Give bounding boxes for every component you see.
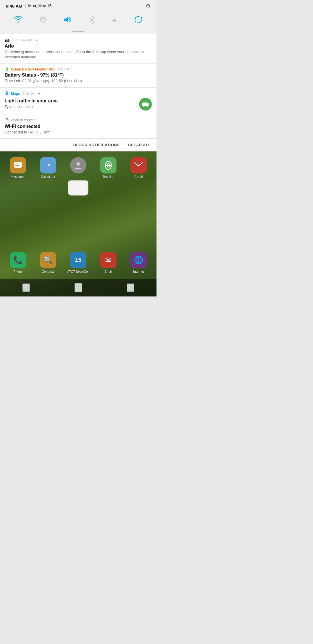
settings-icon[interactable]: ⚙ xyxy=(145,2,151,9)
svg-marker-2 xyxy=(64,17,68,22)
gsam-header: 🔋 GSam Battery Monitor Pro 6:34 AM xyxy=(5,67,152,71)
arlo-time: 6:45 AM xyxy=(20,38,32,42)
clear-all-button[interactable]: CLEAR ALL xyxy=(128,143,151,147)
svg-rect-24 xyxy=(76,284,81,290)
svg-rect-12 xyxy=(15,165,19,166)
app-phone[interactable]: 📞 Phone xyxy=(5,252,31,273)
app-internet[interactable]: 🌐 Internet xyxy=(125,252,152,273)
volume-toggle[interactable] xyxy=(64,16,72,25)
bottom-app-row: 📞 Phone 🔍 Contacts 15 AT&T MicroCell ✉ E… xyxy=(0,249,156,276)
messages-icon xyxy=(10,157,26,173)
app-timeline[interactable]: Timeline xyxy=(95,157,121,178)
maps-text-content: Light traffic in your area Typical condi… xyxy=(5,98,139,109)
app-gmail[interactable]: Gmail xyxy=(125,157,152,178)
arlo-expand-icon: ▲ xyxy=(35,38,39,42)
maps-time: 6:26 AM xyxy=(23,92,34,95)
svg-point-8 xyxy=(147,105,148,107)
svg-point-16 xyxy=(77,162,80,166)
contact-icon xyxy=(70,157,86,173)
wifi-notif-title: Wi-Fi connected xyxy=(5,124,152,129)
svg-rect-10 xyxy=(14,162,22,168)
arlo-title: Arlo xyxy=(5,44,152,49)
gsam-title: Battery Status - 97% (81°F) xyxy=(5,73,152,78)
maps-content-row: Light traffic in your area Typical condi… xyxy=(5,98,152,111)
arlo-header: 📷 Arlo 6:45 AM ▲ xyxy=(5,38,152,42)
svg-point-7 xyxy=(143,105,145,107)
arlo-app-icon: 📷 xyxy=(5,38,10,42)
wifi-notif-header: Android System xyxy=(5,118,152,123)
wifi-notif-app-name: Android System xyxy=(11,118,36,122)
timeline-icon xyxy=(100,157,117,173)
maps-app-icon xyxy=(5,91,9,97)
app-email[interactable]: ✉ Email xyxy=(95,252,121,273)
home-screen: Messages ÷× +- Calculator xyxy=(0,151,156,296)
maps-traffic-icon xyxy=(139,98,152,111)
gmail-label: Gmail xyxy=(134,175,143,178)
contacts-icon: 🔍 xyxy=(40,252,56,268)
phone-label: Phone xyxy=(13,270,23,273)
maps-app-name: Maps xyxy=(11,92,20,96)
app-contact[interactable] xyxy=(65,157,91,178)
gsam-body: Time Left: 08:01 (Average), 103:52 (Last… xyxy=(5,78,152,84)
notification-arlo[interactable]: 📷 Arlo 6:45 AM ▲ Arlo Geofencing needs a… xyxy=(0,34,156,64)
maps-header: Maps 6:26 AM ▼ xyxy=(5,91,152,97)
recent-apps-button[interactable] xyxy=(22,283,30,292)
svg-point-4 xyxy=(6,92,8,93)
navigation-bar xyxy=(0,279,156,296)
email-label: Email xyxy=(104,270,112,273)
app-messages[interactable]: Messages xyxy=(5,157,31,178)
top-app-row: Messages ÷× +- Calculator xyxy=(0,151,156,181)
stack-folder[interactable] xyxy=(68,180,88,196)
notification-actions: BLOCK NOTIFICATIONS CLEAR ALL xyxy=(0,139,156,151)
svg-rect-11 xyxy=(15,164,21,164)
wifi-toggle[interactable] xyxy=(14,16,22,25)
att-icon: 15 xyxy=(70,252,86,268)
svg-rect-22 xyxy=(23,287,24,288)
gsam-app-name: GSam Battery Monitor Pro xyxy=(11,67,54,71)
status-bar: 6:48 AM | Mon, May 15 ⚙ xyxy=(0,0,156,12)
calculator-label: Calculator xyxy=(41,175,55,178)
status-divider: | xyxy=(25,3,26,8)
internet-icon: 🌐 xyxy=(130,252,147,268)
quick-settings-bar: ✈ xyxy=(0,12,156,29)
messages-label: Messages xyxy=(11,175,25,178)
svg-rect-23 xyxy=(25,287,26,288)
maps-title: Light traffic in your area xyxy=(5,98,139,104)
gsam-time: 6:34 AM xyxy=(57,68,69,71)
email-icon: ✉ xyxy=(100,252,117,268)
sync-toggle[interactable] xyxy=(134,16,142,26)
arlo-app-name: Arlo xyxy=(11,38,17,42)
notification-gsam[interactable]: 🔋 GSam Battery Monitor Pro 6:34 AM Batte… xyxy=(0,64,156,87)
gmail-icon xyxy=(130,157,147,173)
airplane-toggle[interactable]: ✈ xyxy=(112,17,117,25)
drag-handle-bar xyxy=(72,31,84,32)
app-calculator[interactable]: ÷× +- Calculator xyxy=(35,157,61,178)
notification-maps[interactable]: Maps 6:26 AM ▼ Light traffic in your are… xyxy=(0,88,156,114)
bluetooth-toggle[interactable] xyxy=(89,16,95,26)
app-contacts[interactable]: 🔍 Contacts xyxy=(35,252,61,273)
maps-body: Typical conditions xyxy=(5,104,139,109)
notification-wifi[interactable]: Android System Wi-Fi connected Connected… xyxy=(0,114,156,139)
status-date: Mon, May 15 xyxy=(28,3,52,8)
svg-text:+-: +- xyxy=(45,166,48,169)
home-button[interactable] xyxy=(74,283,82,292)
att-label: AT&T MicroCell xyxy=(67,270,89,273)
internet-label: Internet xyxy=(133,270,144,273)
gsam-app-icon: 🔋 xyxy=(5,67,9,71)
svg-rect-20 xyxy=(134,162,143,169)
contacts-label: Contacts xyxy=(42,270,54,273)
svg-point-1 xyxy=(43,19,43,20)
calculator-icon: ÷× +- xyxy=(40,157,56,173)
timeline-label: Timeline xyxy=(102,175,114,178)
maps-expand-icon: ▼ xyxy=(37,92,41,96)
svg-point-3 xyxy=(135,17,141,23)
status-time: 6:48 AM xyxy=(6,3,22,8)
signal-toggle[interactable] xyxy=(39,16,47,25)
block-notifications-button[interactable]: BLOCK NOTIFICATIONS xyxy=(73,143,119,147)
wifi-notif-icon xyxy=(5,118,9,123)
drag-handle xyxy=(0,29,156,34)
notification-panel: 📷 Arlo 6:45 AM ▲ Arlo Geofencing needs a… xyxy=(0,34,156,151)
back-button[interactable] xyxy=(127,283,134,292)
arlo-body: Geofencing needs an Internet connection.… xyxy=(5,49,152,60)
app-att-microcell[interactable]: 15 AT&T MicroCell xyxy=(65,252,91,273)
